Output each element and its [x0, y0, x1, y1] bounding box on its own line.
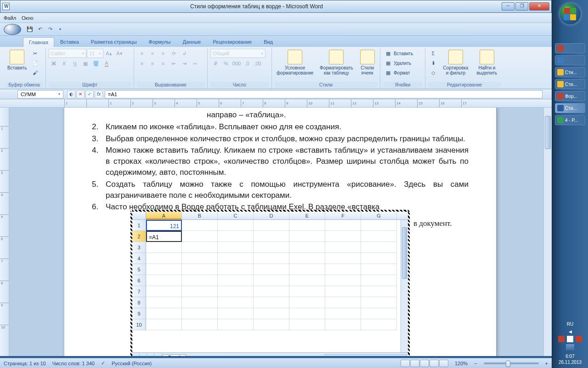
sheet-nav-prev-icon[interactable]: ◀ — [140, 353, 147, 356]
fill-icon[interactable]: ⬇ — [428, 58, 438, 68]
clear-icon[interactable]: ◇ — [428, 68, 438, 77]
zoom-slider[interactable] — [484, 362, 539, 364]
view-draft-icon[interactable] — [439, 360, 448, 367]
minimize-button[interactable]: ─ — [502, 2, 514, 11]
cell[interactable] — [289, 275, 325, 286]
cell[interactable] — [182, 319, 218, 330]
cell[interactable] — [361, 264, 397, 275]
cell[interactable] — [218, 231, 254, 242]
zoom-in-icon[interactable]: + — [545, 361, 548, 366]
cell[interactable] — [254, 242, 289, 253]
tab-view[interactable]: Вид — [258, 37, 279, 47]
cell[interactable] — [254, 264, 289, 275]
status-spellcheck-icon[interactable]: ✓ — [101, 360, 105, 366]
col-header-c[interactable]: C — [218, 212, 254, 219]
cell[interactable] — [182, 297, 218, 308]
cell[interactable] — [325, 231, 361, 242]
qat-customize-icon[interactable]: ▾ — [56, 25, 65, 34]
cell[interactable] — [146, 297, 182, 308]
cell[interactable] — [146, 275, 182, 286]
align-right-icon[interactable]: ≡ — [158, 59, 168, 68]
grow-font-icon[interactable]: A▴ — [104, 49, 114, 58]
col-header-e[interactable]: E — [289, 212, 325, 219]
font-color-icon[interactable]: A — [102, 59, 112, 68]
col-header-d[interactable]: D — [254, 212, 289, 219]
cell[interactable] — [146, 286, 182, 297]
cell[interactable]: 121 — [146, 220, 182, 231]
indent-inc-icon[interactable]: ⇥ — [179, 59, 189, 68]
cell[interactable] — [254, 231, 289, 242]
taskbar-item[interactable] — [555, 55, 585, 65]
cell[interactable]: =A1 — [146, 231, 182, 242]
view-fullscreen-icon[interactable] — [410, 360, 419, 367]
cell[interactable] — [182, 242, 218, 253]
cell[interactable] — [146, 264, 182, 275]
align-middle-icon[interactable]: ≡ — [147, 49, 158, 58]
cell[interactable] — [325, 220, 361, 231]
underline-icon[interactable]: Ч — [70, 59, 80, 68]
status-page[interactable]: Страница: 1 из 10 — [4, 361, 46, 366]
col-header-a[interactable]: A — [146, 212, 182, 219]
row-header[interactable]: 8 — [132, 297, 146, 308]
align-left-icon[interactable]: ≡ — [137, 59, 147, 68]
cell[interactable] — [325, 286, 361, 297]
cell[interactable] — [218, 308, 254, 319]
cell[interactable] — [361, 297, 397, 308]
cell-styles-button[interactable]: Стили ячеек — [357, 49, 377, 76]
tray-expand-icon[interactable]: ◀ — [554, 329, 586, 334]
tab-review[interactable]: Рецензирование — [207, 37, 258, 47]
shrink-font-icon[interactable]: A▾ — [114, 49, 124, 58]
row-header[interactable]: 1 — [132, 220, 146, 231]
cell[interactable] — [289, 253, 325, 264]
select-all-corner[interactable] — [132, 212, 146, 219]
cell[interactable] — [254, 319, 289, 330]
fill-color-icon[interactable]: 🪣 — [91, 59, 101, 68]
cell[interactable] — [146, 308, 182, 319]
cell[interactable] — [254, 275, 289, 286]
inc-decimal-icon[interactable]: ,0 — [242, 59, 252, 68]
cell[interactable] — [182, 231, 218, 242]
cell[interactable] — [218, 220, 254, 231]
cell[interactable] — [325, 297, 361, 308]
view-web-icon[interactable] — [420, 360, 429, 367]
cell[interactable] — [218, 242, 254, 253]
wrap-text-icon[interactable]: ↲ — [179, 49, 189, 58]
tab-home[interactable]: Главная — [23, 37, 54, 47]
orientation-icon[interactable]: ⟳ — [169, 49, 179, 58]
cell[interactable] — [218, 275, 254, 286]
cell[interactable] — [289, 264, 325, 275]
autosum-icon[interactable]: Σ — [428, 49, 438, 58]
align-top-icon[interactable]: ≡ — [137, 49, 147, 58]
copy-icon[interactable]: 📄 — [30, 58, 40, 68]
align-bottom-icon[interactable]: ≡ — [158, 49, 168, 58]
taskbar-item[interactable] — [555, 43, 585, 53]
sheet-nav-next-icon[interactable]: ▶ — [147, 353, 154, 356]
cell[interactable] — [182, 286, 218, 297]
italic-icon[interactable]: К — [59, 59, 69, 68]
cell[interactable] — [254, 253, 289, 264]
row-header[interactable]: 5 — [132, 264, 146, 275]
cell[interactable] — [182, 220, 218, 231]
cell[interactable] — [325, 319, 361, 330]
fx-dropdown-icon[interactable]: ◐ — [67, 90, 75, 98]
row-header[interactable]: 2 — [132, 231, 146, 242]
close-button[interactable]: ✕ — [529, 2, 549, 11]
taskbar-item[interactable]: 4 - P... — [555, 115, 585, 125]
tab-layout[interactable]: Разметка страницы — [85, 37, 143, 47]
taskbar-item[interactable]: Сти... — [555, 79, 585, 89]
cell[interactable] — [325, 308, 361, 319]
cell[interactable] — [361, 242, 397, 253]
merge-icon[interactable]: ⇿ — [190, 59, 200, 68]
cell[interactable] — [361, 231, 397, 242]
row-header[interactable]: 7 — [132, 286, 146, 297]
cell[interactable] — [361, 286, 397, 297]
delete-cells-icon[interactable]: ▦ — [383, 58, 393, 68]
cell[interactable] — [218, 286, 254, 297]
cell[interactable] — [361, 319, 397, 330]
cell[interactable] — [182, 253, 218, 264]
excel-hscroll[interactable] — [324, 354, 407, 356]
tab-data[interactable]: Данные — [176, 37, 207, 47]
conditional-format-button[interactable]: Условное форматирование — [275, 49, 315, 76]
menu-file[interactable]: Файл — [4, 15, 16, 21]
font-name-combo[interactable]: Calibri▾ — [49, 49, 86, 58]
